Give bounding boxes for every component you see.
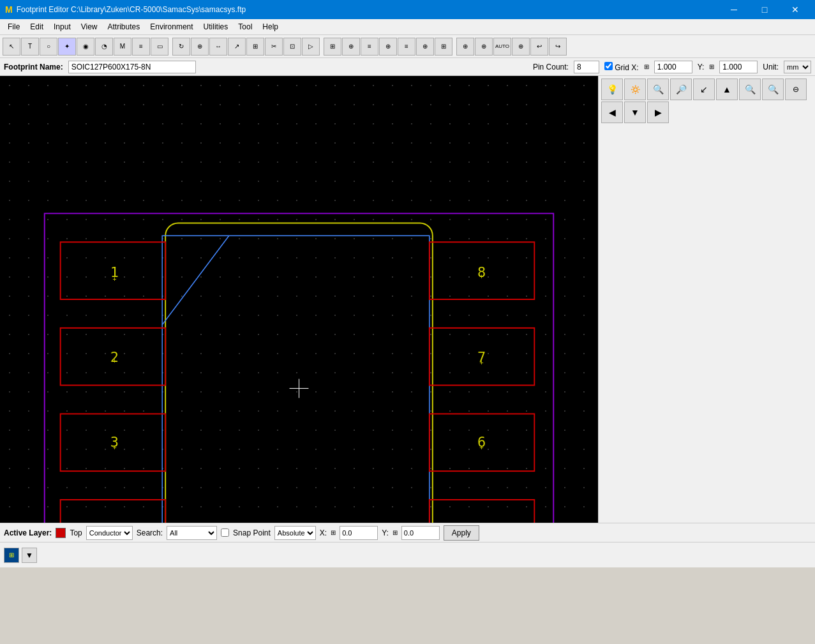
toolbar-move[interactable]: ↗ <box>228 38 246 56</box>
rp-zoom-select[interactable]: 🔎 <box>670 79 692 100</box>
toolbar-rect[interactable]: ▭ <box>151 38 168 56</box>
toolbar-net[interactable]: ⊡ <box>283 38 301 56</box>
canvas-area[interactable]: 1 + 2 + 3 + 4 + 8 + 7 + 6 <box>0 76 598 523</box>
toolbar-drc[interactable]: ⊕ <box>379 38 397 56</box>
footprint-name-input[interactable] <box>68 61 196 73</box>
menu-utilities[interactable]: Utilities <box>198 21 234 33</box>
rp-zoom-in[interactable]: 🔍 <box>739 79 761 100</box>
toolbar-hatch[interactable]: ≡ <box>132 38 150 56</box>
grid-checkbox-area: Grid X: <box>604 62 639 72</box>
y-coord-input[interactable] <box>401 526 440 540</box>
close-button[interactable]: ✕ <box>781 0 810 19</box>
toolbar-pinnum[interactable]: ⊕ <box>475 38 493 56</box>
toolbar-circle[interactable]: ○ <box>40 38 57 56</box>
svg-text:+: + <box>112 357 116 364</box>
svg-rect-15 <box>61 500 165 523</box>
titlebar-left: M Footprint Editor C:\Library\Zuken\CR-5… <box>5 4 246 15</box>
layer-indicator-icon[interactable]: ⊞ <box>4 548 19 563</box>
footprint-name-label: Footprint Name: <box>4 63 63 71</box>
toolbar-select[interactable]: ↖ <box>3 38 20 56</box>
toolbar-grid[interactable]: ⊞ <box>324 38 341 56</box>
toolbar-measure[interactable]: ≡ <box>361 38 378 56</box>
toolbar-cross[interactable]: ⊕ <box>191 38 209 56</box>
search-select[interactable]: All Net Component <box>167 526 217 540</box>
apply-button[interactable]: Apply <box>444 525 479 541</box>
maximize-button[interactable]: □ <box>750 0 779 19</box>
toolbar-num2[interactable]: ⊕ <box>512 38 530 56</box>
rp-pan-right[interactable]: ▶ <box>647 101 669 123</box>
svg-text:+: + <box>112 276 116 283</box>
x-coord-label: X: <box>320 528 327 537</box>
toolbar-copy[interactable]: ⊞ <box>246 38 264 56</box>
menu-input[interactable]: Input <box>49 21 76 33</box>
svg-text:+: + <box>480 359 484 366</box>
menu-help[interactable]: Help <box>257 21 283 33</box>
rp-zoom-out[interactable]: 🔍 <box>762 79 784 100</box>
snap-point-label: Snap Point <box>233 528 271 537</box>
svg-text:4: 4 <box>110 521 119 523</box>
toolbar-pins[interactable]: ⊕ <box>456 38 474 56</box>
toolbar-pad[interactable]: ▷ <box>302 38 320 56</box>
toolbar-3d[interactable]: ⊞ <box>435 38 452 56</box>
minimize-button[interactable]: ─ <box>719 0 749 19</box>
toolbar-component[interactable]: ✦ <box>58 38 76 56</box>
grid-y-label: Y: <box>698 63 705 71</box>
svg-line-3 <box>162 236 229 325</box>
pin-count-input[interactable] <box>574 61 599 73</box>
toolbar-via[interactable]: ◉ <box>77 38 94 56</box>
unit-select[interactable]: mm mil inch <box>784 61 811 73</box>
pin-count-label: Pin Count: <box>533 63 569 71</box>
toolbar-snap[interactable]: ⊕ <box>342 38 360 56</box>
menu-environment[interactable]: Environment <box>145 21 198 33</box>
svg-rect-27 <box>430 500 534 523</box>
active-layer-label: Active Layer: <box>4 528 52 537</box>
x-coord-icon: ⊞ <box>331 529 336 536</box>
grid-y-input[interactable] <box>719 61 758 73</box>
toolbar-prop[interactable]: ⊕ <box>416 38 434 56</box>
rp-zoom-prev[interactable]: ↙ <box>693 79 715 100</box>
snap-checkbox[interactable] <box>221 528 229 537</box>
toolbar-mirror[interactable]: ↔ <box>209 38 227 56</box>
toolbar-info[interactable]: ≡ <box>398 38 415 56</box>
grid-x-icon: ⊞ <box>644 63 649 70</box>
menu-edit[interactable]: Edit <box>25 21 49 33</box>
menu-tool[interactable]: Tool <box>233 21 257 33</box>
snap-mode-select[interactable]: Absolute Relative Grid <box>274 526 316 540</box>
conductor-select[interactable]: Conductor Signal Power <box>86 526 133 540</box>
toolbar-delete[interactable]: ✂ <box>265 38 283 56</box>
rp-zoom-fit[interactable]: 🔍 <box>647 79 669 100</box>
svg-text:+: + <box>480 273 484 280</box>
expand-icon[interactable]: ▼ <box>22 548 37 563</box>
right-panel: 💡 🔅 🔍 🔎 ↙ ▲ 🔍 🔍 ⊖ ◀ ▼ ▶ <box>598 76 815 523</box>
rp-lightbulb-off[interactable]: 🔅 <box>624 79 646 100</box>
canvas-svg: 1 + 2 + 3 + 4 + 8 + 7 + 6 <box>0 76 598 523</box>
rp-pan-up[interactable]: ▲ <box>716 79 738 100</box>
search-label: Search: <box>137 528 163 537</box>
grid-checkbox[interactable] <box>604 62 613 70</box>
toolbar-redo[interactable]: ↪ <box>549 38 567 56</box>
toolbar-arc[interactable]: ◔ <box>95 38 113 56</box>
x-coord-input[interactable] <box>340 526 378 540</box>
grid-x-input[interactable] <box>654 61 692 73</box>
svg-text:5: 5 <box>477 521 486 523</box>
rp-zoom-area[interactable]: ⊖ <box>785 79 807 100</box>
menubar: File Edit Input View Attributes Environm… <box>0 19 815 35</box>
y-coord-label: Y: <box>382 528 389 537</box>
layer-name: Top <box>70 528 82 537</box>
menu-attributes[interactable]: Attributes <box>103 21 146 33</box>
menu-file[interactable]: File <box>3 21 25 33</box>
rp-lightbulb-on[interactable]: 💡 <box>601 79 623 100</box>
svg-rect-1 <box>165 223 433 523</box>
rp-pan-left[interactable]: ◀ <box>601 101 623 123</box>
toolbar-rotate[interactable]: ↻ <box>172 38 190 56</box>
toolbar-auto[interactable]: AUTO <box>493 38 511 56</box>
rp-pan-down[interactable]: ▼ <box>624 101 646 123</box>
svg-text:+: + <box>112 444 116 451</box>
toolbar-undo[interactable]: ↩ <box>530 38 548 56</box>
svg-text:+: + <box>480 444 484 451</box>
toolbar-m[interactable]: M <box>114 38 131 56</box>
footprint-bar: Footprint Name: Pin Count: Grid X: ⊞ Y: … <box>0 58 815 76</box>
toolbar-text[interactable]: T <box>21 38 39 56</box>
layer-color-box <box>56 528 66 538</box>
menu-view[interactable]: View <box>76 21 103 33</box>
